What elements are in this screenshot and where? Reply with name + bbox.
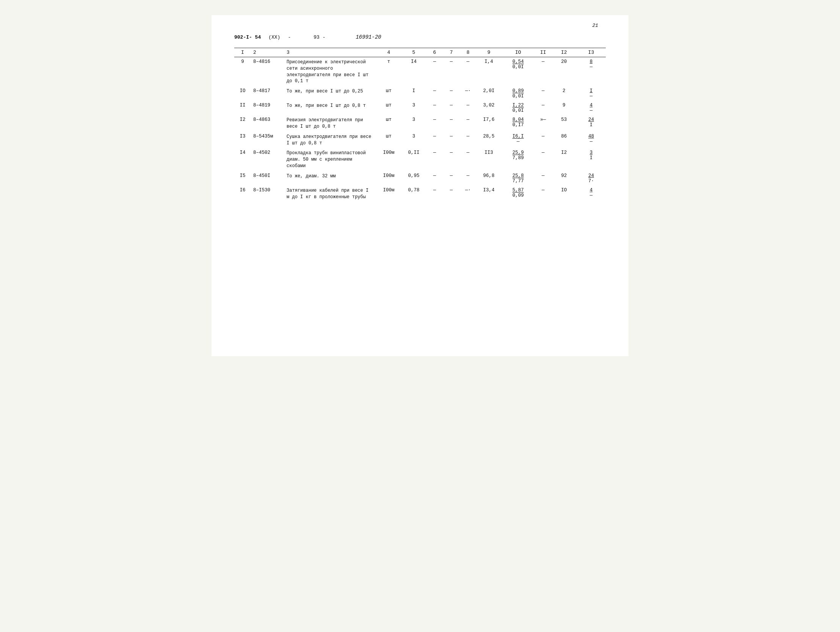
row-12-col8: — bbox=[460, 115, 477, 132]
header-right-num: 16991-20 bbox=[355, 34, 381, 40]
row-10-col6: — bbox=[426, 87, 443, 101]
row-9-col10-top: 0,54 bbox=[513, 59, 524, 65]
row-16-col10-top: 5,87 bbox=[513, 188, 524, 193]
row-9-col1: 9 bbox=[234, 57, 251, 87]
row-11-col9: 3,02 bbox=[477, 101, 502, 115]
row-16-col12: IO bbox=[551, 186, 576, 202]
row-16-col6: — bbox=[426, 186, 443, 202]
header-num: 93 - bbox=[314, 35, 325, 40]
row-11-col1: II bbox=[234, 101, 251, 115]
row-12-col5: 3 bbox=[401, 115, 426, 132]
row-16-col11: — bbox=[535, 186, 551, 202]
col-headers-row: I 2 3 4 5 6 7 8 9 IO II I2 I3 bbox=[234, 48, 606, 57]
row-16-col8: —· bbox=[460, 186, 477, 202]
row-12-col9: I7,6 bbox=[477, 115, 502, 132]
row-10-col9: 2,0I bbox=[477, 87, 502, 101]
table-row: II 8–4819 То же, при весе I шт до 0,8 т … bbox=[234, 101, 606, 115]
row-10-col3: То же, при весе I шт до 0,25 bbox=[284, 87, 376, 101]
row-14-col13-bot: I bbox=[590, 155, 593, 161]
row-12-col7: — bbox=[443, 115, 460, 132]
row-14-col11: — bbox=[535, 148, 551, 171]
table-row: I6 8–I530 Затягивание кабелей при весе I… bbox=[234, 186, 606, 202]
row-10-col1: IO bbox=[234, 87, 251, 101]
row-9-col13-bot: — bbox=[590, 65, 593, 70]
row-12-col12: 53 bbox=[551, 115, 576, 132]
row-13-col10: I6,I — bbox=[502, 132, 535, 148]
row-11-col12: 9 bbox=[551, 101, 576, 115]
row-14-col4: I00м bbox=[376, 148, 401, 171]
row-9-col12: 20 bbox=[551, 57, 576, 87]
row-14-col1: I4 bbox=[234, 148, 251, 171]
col-header-13: I3 bbox=[576, 48, 606, 57]
row-15-col2: 8–450I bbox=[251, 171, 284, 186]
row-10-col10-top: 0,89 bbox=[513, 88, 524, 94]
col-header-4: 4 bbox=[376, 48, 401, 57]
row-14-col13: 3 I bbox=[576, 148, 606, 171]
row-13-col4: шт bbox=[376, 132, 401, 148]
row-11-col2: 8–4819 bbox=[251, 101, 284, 115]
row-13-col13-top: 48 bbox=[588, 134, 594, 139]
row-16-col13-bot: — bbox=[590, 193, 593, 198]
row-11-col13-bot: — bbox=[590, 108, 593, 113]
row-16-col13: 4 — bbox=[576, 186, 606, 202]
main-table: I 2 3 4 5 6 7 8 9 IO II I2 I3 9 8–4816 П… bbox=[234, 48, 606, 202]
row-16-col10: 5,87 0,09 bbox=[502, 186, 535, 202]
table-row: 9 8–4816 Присоединение к электрической с… bbox=[234, 57, 606, 87]
row-10-col7: — bbox=[443, 87, 460, 101]
row-12-col10-top: 8,04 bbox=[513, 117, 524, 122]
row-15-col10: 25,8 7,77 bbox=[502, 171, 535, 186]
row-15-col11: — bbox=[535, 171, 551, 186]
row-9-col4: т bbox=[376, 57, 401, 87]
header-line: 902-I- 54 (XX) - 93 - 16991-20 bbox=[234, 34, 606, 40]
page-number: 21 bbox=[592, 23, 598, 28]
row-13-col6: — bbox=[426, 132, 443, 148]
row-15-col13-bot: 7· bbox=[588, 178, 594, 184]
col-header-11: II bbox=[535, 48, 551, 57]
row-15-col13: 24 7· bbox=[576, 171, 606, 186]
col-header-1: I bbox=[234, 48, 251, 57]
row-14-col7: — bbox=[443, 148, 460, 171]
row-9-col10: 0,54 0,0I bbox=[502, 57, 535, 87]
row-10-col5: I bbox=[401, 87, 426, 101]
col-header-9: 9 bbox=[477, 48, 502, 57]
row-10-col13-bot: — bbox=[590, 94, 593, 99]
row-13-col3: Сушка алектродвигателя при весе I шт до … bbox=[284, 132, 376, 148]
row-11-col5: 3 bbox=[401, 101, 426, 115]
row-16-col5: 0,78 bbox=[401, 186, 426, 202]
row-10-col13: I — bbox=[576, 87, 606, 101]
row-15-col12: 92 bbox=[551, 171, 576, 186]
col-header-7: 7 bbox=[443, 48, 460, 57]
row-15-col4: I00м bbox=[376, 171, 401, 186]
table-row: I2 8–4863 Ревизия электродвигателя при в… bbox=[234, 115, 606, 132]
col-header-6: 6 bbox=[426, 48, 443, 57]
row-9-col6: — bbox=[426, 57, 443, 87]
row-14-col6: — bbox=[426, 148, 443, 171]
row-16-col2: 8–I530 bbox=[251, 186, 284, 202]
row-9-col10-bot: 0,0I bbox=[513, 65, 524, 70]
row-10-col4: шт bbox=[376, 87, 401, 101]
row-11-col10-top: I,22 bbox=[513, 103, 524, 108]
row-13-col12: 86 bbox=[551, 132, 576, 148]
row-11-col13-top: 4 bbox=[590, 103, 593, 108]
page: 21 902-I- 54 (XX) - 93 - 16991-20 I 2 3 … bbox=[212, 15, 628, 356]
row-16-col1: I6 bbox=[234, 186, 251, 202]
table-row: I5 8–450I То же, диам. 32 мм I00м 0,95 —… bbox=[234, 171, 606, 186]
row-9-col5: I4 bbox=[401, 57, 426, 87]
row-9-col8: — bbox=[460, 57, 477, 87]
row-12-col10: 8,04 0,I7 bbox=[502, 115, 535, 132]
row-11-col4: шт bbox=[376, 101, 401, 115]
row-10-col10-bot: 0,0I bbox=[513, 94, 524, 99]
col-header-10: IO bbox=[502, 48, 535, 57]
row-13-col7: — bbox=[443, 132, 460, 148]
row-12-col13: 24 I bbox=[576, 115, 606, 132]
row-11-col6: — bbox=[426, 101, 443, 115]
row-10-col12: 2 bbox=[551, 87, 576, 101]
row-11-col13: 4 — bbox=[576, 101, 606, 115]
row-9-col9: I,4 bbox=[477, 57, 502, 87]
row-14-col9: II3 bbox=[477, 148, 502, 171]
table-row: I4 8–4502 Прокладка трубн винипластовой … bbox=[234, 148, 606, 171]
row-11-col3: То же, при весе I шт до 0,8 т bbox=[284, 101, 376, 115]
row-9-col13: 8 — bbox=[576, 57, 606, 87]
header-dash: - bbox=[288, 35, 291, 40]
row-10-col8: —· bbox=[460, 87, 477, 101]
